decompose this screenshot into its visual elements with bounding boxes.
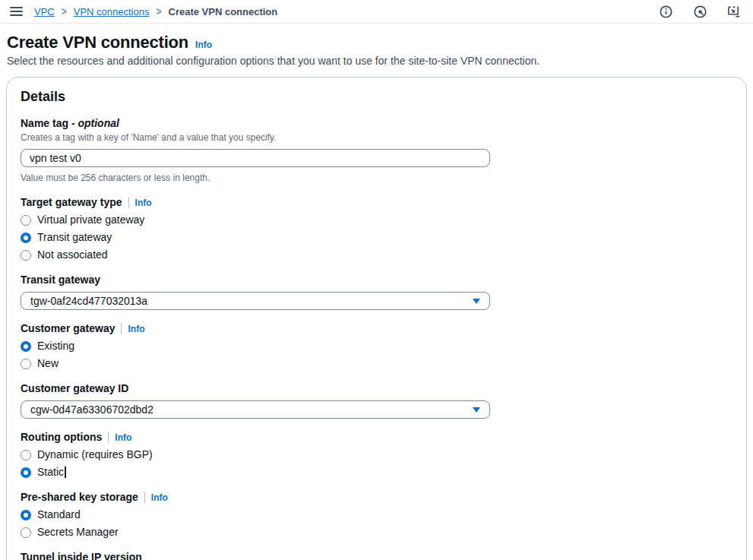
details-heading: Details bbox=[21, 89, 732, 105]
radio-label[interactable]: New bbox=[37, 357, 59, 370]
terminal-window-icon[interactable] bbox=[727, 5, 741, 18]
routing-options-label: Routing options bbox=[21, 431, 102, 444]
name-tag-label: Name tag - optional bbox=[21, 117, 119, 130]
radio-label[interactable]: Virtual private gateway bbox=[37, 214, 144, 226]
radio-button[interactable] bbox=[21, 250, 31, 261]
details-panel: Details Name tag - optional Creates a ta… bbox=[6, 77, 747, 560]
label-divider bbox=[108, 432, 109, 443]
caret-down-icon bbox=[473, 407, 480, 413]
topbar-icon-group bbox=[659, 5, 741, 18]
transit-gateway-label: Transit gateway bbox=[21, 274, 100, 286]
radio-label[interactable]: Dynamic (requires BGP) bbox=[37, 448, 153, 461]
transit-gateway-selected-value: tgw-0af24cd477032013a bbox=[30, 295, 147, 307]
top-navigation-bar: VPC > VPN connections > Create VPN conne… bbox=[0, 0, 753, 24]
radio-button[interactable] bbox=[21, 467, 31, 478]
page-subtitle: Select the resources and additional conf… bbox=[7, 55, 747, 68]
name-tag-description: Creates a tag with a key of 'Name' and a… bbox=[21, 132, 732, 144]
radio-label[interactable]: Not associated bbox=[37, 248, 108, 261]
breadcrumb-link-vpc[interactable]: VPC bbox=[34, 6, 55, 17]
gear-icon[interactable] bbox=[693, 5, 707, 18]
customer-gateway-info-link[interactable]: Info bbox=[128, 324, 144, 334]
radio-button[interactable] bbox=[21, 359, 31, 369]
radio-button[interactable] bbox=[21, 341, 31, 352]
radio-option-existing[interactable]: Existing bbox=[21, 340, 732, 353]
transit-gateway-field: Transit gateway tgw-0af24cd477032013a bbox=[21, 274, 732, 310]
customer-gateway-id-label: Customer gateway ID bbox=[21, 382, 128, 395]
customer-gateway-id-select[interactable]: cgw-0d47a63306702dbd2 bbox=[21, 400, 490, 419]
target-gateway-type-info-link[interactable]: Info bbox=[135, 198, 152, 208]
tunnel-inside-ip-version-field: Tunnel inside IP version IPv4 IPv6 bbox=[21, 551, 732, 560]
radio-option-dynamic[interactable]: Dynamic (requires BGP) bbox=[21, 448, 732, 461]
transit-gateway-select[interactable]: tgw-0af24cd477032013a bbox=[21, 292, 490, 310]
routing-options-info-link[interactable]: Info bbox=[115, 432, 131, 443]
optional-label: optional bbox=[78, 117, 119, 129]
customer-gateway-id-field: Customer gateway ID cgw-0d47a63306702dbd… bbox=[21, 382, 732, 419]
radio-option-new[interactable]: New bbox=[21, 357, 732, 370]
text-cursor bbox=[65, 467, 66, 478]
radio-button[interactable] bbox=[21, 510, 31, 520]
breadcrumb-current-page: Create VPN connection bbox=[169, 6, 278, 17]
name-tag-constraint: Value must be 256 characters or less in … bbox=[21, 172, 732, 184]
target-gateway-type-label: Target gateway type bbox=[21, 196, 122, 209]
customer-gateway-field: Customer gateway Info Existing New bbox=[21, 322, 732, 370]
radio-option-virtual-private-gateway[interactable]: Virtual private gateway bbox=[21, 214, 732, 226]
radio-label[interactable]: Existing bbox=[37, 340, 74, 353]
radio-option-not-associated[interactable]: Not associated bbox=[21, 248, 732, 261]
page-header: Create VPN connection Info Select the re… bbox=[0, 24, 753, 68]
customer-gateway-label: Customer gateway bbox=[21, 322, 115, 335]
radio-label[interactable]: Static bbox=[37, 466, 64, 479]
breadcrumb: VPC > VPN connections > Create VPN conne… bbox=[34, 6, 277, 17]
info-circle-icon[interactable] bbox=[659, 5, 672, 18]
name-tag-field: Name tag - optional Creates a tag with a… bbox=[21, 117, 732, 184]
radio-option-static[interactable]: Static bbox=[21, 466, 732, 479]
label-divider bbox=[121, 323, 122, 334]
radio-option-standard[interactable]: Standard bbox=[21, 508, 732, 521]
customer-gateway-id-selected-value: cgw-0d47a63306702dbd2 bbox=[30, 403, 153, 416]
radio-button[interactable] bbox=[21, 215, 31, 226]
preshared-key-storage-label: Pre-shared key storage bbox=[21, 491, 138, 504]
name-tag-input[interactable] bbox=[21, 149, 490, 167]
label-divider bbox=[128, 197, 129, 208]
radio-button[interactable] bbox=[21, 233, 31, 243]
radio-label[interactable]: Standard bbox=[37, 508, 81, 521]
breadcrumb-separator-icon: > bbox=[156, 5, 161, 18]
radio-button[interactable] bbox=[21, 450, 31, 460]
label-divider bbox=[144, 492, 145, 503]
page-title: Create VPN connection bbox=[7, 33, 188, 52]
routing-options-field: Routing options Info Dynamic (requires B… bbox=[21, 431, 732, 479]
radio-option-transit-gateway[interactable]: Transit gateway bbox=[21, 231, 732, 244]
preshared-key-storage-field: Pre-shared key storage Info Standard Sec… bbox=[21, 491, 732, 539]
radio-option-secrets-manager[interactable]: Secrets Manager bbox=[21, 526, 732, 539]
radio-button[interactable] bbox=[21, 527, 31, 538]
breadcrumb-link-vpn-connections[interactable]: VPN connections bbox=[74, 6, 150, 17]
target-gateway-type-field: Target gateway type Info Virtual private… bbox=[21, 196, 732, 261]
hamburger-menu-icon[interactable] bbox=[10, 7, 23, 16]
tunnel-inside-ip-version-label: Tunnel inside IP version bbox=[21, 551, 142, 560]
caret-down-icon bbox=[473, 299, 480, 304]
preshared-key-storage-info-link[interactable]: Info bbox=[151, 492, 168, 503]
breadcrumb-separator-icon: > bbox=[62, 5, 67, 18]
page-title-info-link[interactable]: Info bbox=[195, 40, 212, 50]
radio-label[interactable]: Secrets Manager bbox=[37, 526, 119, 539]
radio-label[interactable]: Transit gateway bbox=[37, 231, 112, 244]
